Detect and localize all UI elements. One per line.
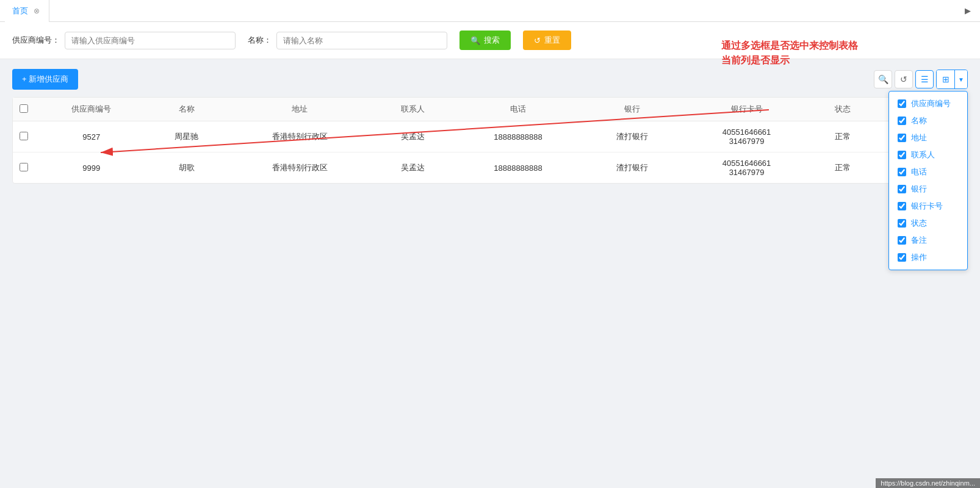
col-selector-item[interactable]: 银行卡号 <box>889 198 967 215</box>
supplier-table: 供应商编号 名称 地址 联系人 电话 银行 银行卡号 状态 备注 9527 周星… <box>13 98 967 183</box>
search-toolbar-icon[interactable]: 🔍 <box>874 70 892 88</box>
col-item-checkbox[interactable] <box>898 134 906 142</box>
supplier-id-field: 供应商编号： <box>12 32 236 49</box>
col-item-label: 状态 <box>911 218 927 229</box>
tab-bar: 首页 ⊗ ▶ <box>0 0 980 22</box>
name-label: 名称： <box>248 35 272 46</box>
cell-phone: 18888888888 <box>452 121 585 152</box>
col-item-label: 电话 <box>911 167 927 178</box>
reset-btn-label: 重置 <box>544 35 560 46</box>
refresh-toolbar-icon[interactable]: ↺ <box>895 70 913 88</box>
search-button[interactable]: 🔍 搜索 <box>459 30 511 50</box>
col-header-status: 状态 <box>813 98 872 121</box>
col-item-checkbox[interactable] <box>898 236 906 245</box>
col-selector-item[interactable]: 联系人 <box>889 146 967 163</box>
tab-next-arrow[interactable]: ▶ <box>960 4 975 18</box>
url-bar: https://blog.csdn.net/zhinqinm... <box>876 478 980 488</box>
col-header-address: 地址 <box>225 98 375 121</box>
cell-address: 香港特别行政区 <box>225 152 375 184</box>
table-row: 9527 周星驰 香港特别行政区 吴孟达 18888888888 渣打银行 40… <box>13 121 967 152</box>
search-bar: 供应商编号： 名称： 🔍 搜索 ↺ 重置 <box>0 22 980 59</box>
cell-status: 正常 <box>813 121 872 152</box>
col-item-checkbox[interactable] <box>898 202 906 210</box>
col-selector-item[interactable]: 名称 <box>889 112 967 129</box>
cell-contact: 吴孟达 <box>375 152 452 184</box>
col-selector-item[interactable]: 地址 <box>889 129 967 146</box>
cell-bank-card: 40551646661 31467979 <box>680 121 813 152</box>
col-selector-item[interactable]: 操作 <box>889 249 967 266</box>
add-btn-label: + 新增供应商 <box>22 74 68 85</box>
col-selector-item[interactable]: 状态 <box>889 215 967 232</box>
col-header-contact: 联系人 <box>375 98 452 121</box>
col-item-label: 银行卡号 <box>911 201 943 212</box>
cell-bank: 渣打银行 <box>585 121 680 152</box>
col-item-checkbox[interactable] <box>898 151 906 159</box>
list-view-icon[interactable]: ☰ <box>915 70 934 88</box>
col-toggle-grid-icon[interactable]: ⊞ <box>937 70 955 88</box>
tab-close-home[interactable]: ⊗ <box>32 6 41 16</box>
col-item-checkbox[interactable] <box>898 253 906 262</box>
col-item-checkbox[interactable] <box>898 219 906 228</box>
tab-home-label: 首页 <box>12 5 28 16</box>
col-selector-item[interactable]: 电话 <box>889 163 967 181</box>
main-content: 通过多选框是否选中来控制表格 当前列是否显示 + 新增供应商 🔍 ↺ ☰ ⊞ ▼ <box>0 59 980 193</box>
toolbar: + 新增供应商 🔍 ↺ ☰ ⊞ ▼ 供应商编号 名称 地址 <box>12 69 968 90</box>
cell-status: 正常 <box>813 152 872 184</box>
col-item-checkbox[interactable] <box>898 168 906 176</box>
col-selector-item[interactable]: 供应商编号 <box>889 95 967 112</box>
reset-button[interactable]: ↺ 重置 <box>523 30 571 50</box>
col-item-checkbox[interactable] <box>898 117 906 125</box>
toolbar-right: 🔍 ↺ ☰ ⊞ ▼ <box>874 70 968 89</box>
supplier-id-label: 供应商编号： <box>12 35 60 46</box>
select-all-checkbox[interactable] <box>20 104 28 113</box>
row-checkbox[interactable] <box>20 163 28 171</box>
refresh-icon: ↺ <box>534 36 541 45</box>
tab-home[interactable]: 首页 ⊗ <box>5 0 49 22</box>
table-row: 9999 胡歌 香港特别行政区 吴孟达 18888888888 渣打银行 405… <box>13 152 967 184</box>
col-item-label: 名称 <box>911 115 927 126</box>
col-item-checkbox[interactable] <box>898 99 906 108</box>
col-selector-dropdown: 供应商编号 名称 地址 联系人 电话 银行 银行卡号 状态 备注 操作 <box>888 91 968 270</box>
search-btn-label: 搜索 <box>484 35 500 46</box>
col-header-name: 名称 <box>148 98 225 121</box>
cell-bank-card: 40551646661 31467979 <box>680 152 813 184</box>
col-item-label: 银行 <box>911 184 927 195</box>
cell-address: 香港特别行政区 <box>225 121 375 152</box>
col-item-label: 供应商编号 <box>911 98 951 109</box>
col-selector-item[interactable]: 备注 <box>889 232 967 249</box>
cell-contact: 吴孟达 <box>375 121 452 152</box>
col-header-id: 供应商编号 <box>35 98 148 121</box>
cell-name: 胡歌 <box>148 152 225 184</box>
cell-id: 9527 <box>35 121 148 152</box>
col-item-label: 操作 <box>911 252 927 263</box>
col-item-label: 地址 <box>911 132 927 143</box>
col-header-bank-card: 银行卡号 <box>680 98 813 121</box>
name-field: 名称： <box>248 32 447 49</box>
col-item-label: 联系人 <box>911 149 935 160</box>
name-input[interactable] <box>276 32 447 49</box>
col-header-bank: 银行 <box>585 98 680 121</box>
cell-name: 周星驰 <box>148 121 225 152</box>
col-selector-item[interactable]: 银行 <box>889 181 967 198</box>
col-header-phone: 电话 <box>452 98 585 121</box>
search-icon: 🔍 <box>470 36 480 45</box>
cell-phone: 18888888888 <box>452 152 585 184</box>
supplier-id-input[interactable] <box>65 32 236 49</box>
add-supplier-button[interactable]: + 新增供应商 <box>12 69 78 90</box>
row-checkbox[interactable] <box>20 132 28 140</box>
col-toggle-group: ⊞ ▼ <box>936 70 968 89</box>
cell-id: 9999 <box>35 152 148 184</box>
col-item-checkbox[interactable] <box>898 185 906 193</box>
cell-bank: 渣打银行 <box>585 152 680 184</box>
table-header-row: 供应商编号 名称 地址 联系人 电话 银行 银行卡号 状态 备注 <box>13 98 967 121</box>
table-wrap: 供应商编号 名称 地址 联系人 电话 银行 银行卡号 状态 备注 9527 周星… <box>12 97 968 184</box>
col-toggle-dropdown-icon[interactable]: ▼ <box>955 70 967 88</box>
col-item-label: 备注 <box>911 235 927 246</box>
